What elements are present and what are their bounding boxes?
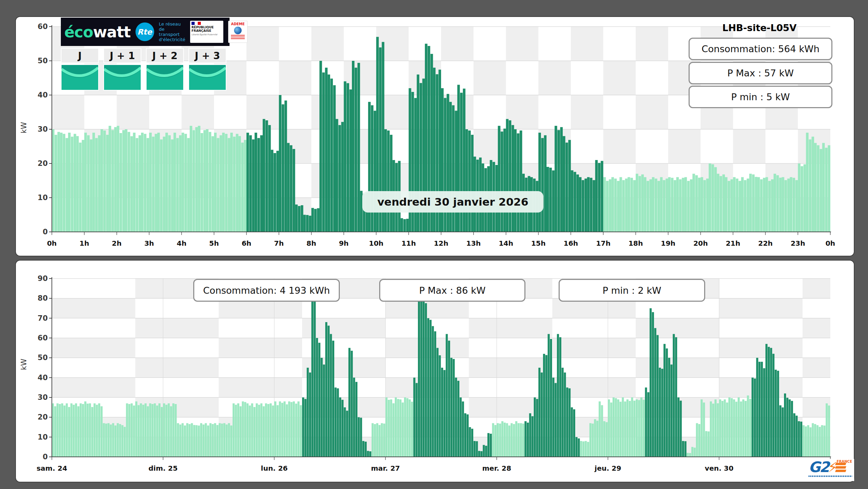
bar [622, 397, 624, 457]
bar [90, 139, 92, 232]
bar [267, 404, 269, 457]
bar [722, 175, 725, 232]
bar [671, 178, 673, 232]
bar [576, 437, 578, 457]
bar [253, 407, 255, 457]
bar [240, 406, 242, 457]
bar [311, 208, 314, 232]
bar [501, 132, 503, 232]
bar [497, 423, 499, 457]
forecast-tile-j+1[interactable]: J + 1 [103, 48, 141, 91]
bar [444, 370, 446, 457]
bar [154, 403, 156, 457]
x-tick-label: 0h [825, 239, 835, 247]
bar [566, 387, 568, 457]
bar [284, 101, 287, 232]
bar [763, 368, 765, 457]
bar [741, 177, 744, 232]
date-label: vendredi 30 janvier 2026 [362, 191, 543, 213]
bar [744, 180, 746, 232]
bar [631, 178, 633, 232]
bar [506, 423, 508, 457]
forecast-tile-j+3[interactable]: J + 3 [188, 48, 226, 91]
bar [369, 451, 371, 457]
bar [216, 425, 218, 457]
bar [230, 425, 232, 457]
bar [558, 130, 560, 232]
bar [335, 387, 337, 457]
bar [128, 132, 130, 232]
bar [390, 135, 392, 232]
x-tick-label: mar. 27 [371, 464, 400, 472]
bar [352, 61, 354, 232]
bar [772, 354, 774, 457]
x-tick-label: 8h [307, 239, 316, 247]
bar [61, 403, 63, 457]
bar [823, 425, 825, 457]
bar [742, 399, 744, 457]
bar [98, 403, 100, 457]
bar [708, 431, 710, 457]
bar [455, 378, 457, 457]
bar [209, 132, 211, 232]
x-tick-label: 0h [47, 239, 57, 247]
bar [293, 402, 295, 457]
bar [355, 68, 357, 232]
weekly-chart-panel: 0102030405060708090sam. 24dim. 25lun. 26… [15, 260, 855, 482]
bar [249, 405, 251, 457]
bar [798, 421, 800, 457]
bar [715, 399, 717, 457]
bar [263, 119, 265, 232]
bar [617, 399, 619, 457]
bar [298, 206, 300, 232]
bar [576, 175, 579, 232]
bar [71, 137, 73, 232]
y-tick-label: 60 [38, 22, 48, 31]
bar [464, 413, 466, 457]
bar [207, 425, 209, 457]
bar [200, 423, 202, 457]
bar [690, 179, 692, 232]
bar [684, 177, 687, 232]
bar [719, 399, 721, 457]
bar [595, 160, 598, 232]
bar [624, 402, 626, 457]
bar [333, 85, 336, 232]
bar [606, 181, 608, 232]
bar [675, 337, 677, 457]
weekly-consumption-box: Consommation: 4 193 kWh [193, 279, 340, 302]
bar [332, 341, 334, 457]
bar [647, 181, 649, 232]
bar [124, 427, 126, 457]
y-tick-label: 20 [38, 413, 48, 421]
forecast-tile-j[interactable]: J [61, 48, 99, 91]
bar [711, 164, 714, 232]
bar [175, 404, 177, 457]
bar [114, 425, 116, 457]
bar [302, 397, 304, 457]
bar [680, 401, 682, 457]
bar [671, 365, 673, 457]
bar [96, 405, 98, 457]
bar [179, 135, 181, 232]
bar [536, 399, 538, 457]
bar [503, 129, 506, 232]
bar [82, 140, 84, 232]
bar [57, 132, 60, 232]
bar [344, 81, 346, 232]
bar [636, 399, 638, 457]
bar [328, 326, 330, 457]
forecast-tile-j+2[interactable]: J + 2 [146, 48, 184, 91]
x-tick-label: lun. 26 [261, 464, 288, 472]
green-forecast-swatch [61, 64, 99, 91]
bar [514, 129, 516, 232]
bar [108, 423, 110, 457]
bar [244, 402, 246, 457]
bar [206, 129, 208, 232]
bar [619, 402, 622, 457]
bar [659, 368, 661, 457]
bar [747, 179, 749, 232]
bar [549, 168, 552, 232]
ecowatt-logo-eco: éco [64, 23, 93, 41]
bar [277, 151, 279, 232]
